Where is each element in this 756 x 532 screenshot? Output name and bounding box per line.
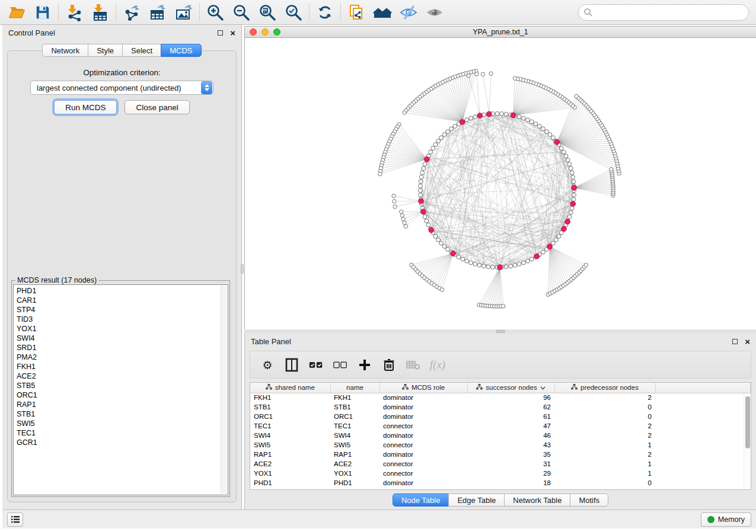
table-scrollbar[interactable] <box>744 393 751 489</box>
column-header-name[interactable]: name <box>330 383 379 393</box>
export-table-icon[interactable] <box>145 2 171 23</box>
sort-desc-icon <box>540 384 546 391</box>
close-panel-icon[interactable]: × <box>745 339 750 344</box>
show-all-icon[interactable] <box>422 2 448 23</box>
table-row[interactable]: SWI5SWI5connector431 <box>250 440 751 450</box>
first-neighbors-icon[interactable] <box>369 2 395 23</box>
toolbar-separator <box>116 4 116 21</box>
close-panel-icon[interactable]: × <box>230 30 235 36</box>
table-row[interactable]: FKH1FKH1dominator962 <box>250 393 751 402</box>
table-row[interactable]: YOX1YOX1connector291 <box>250 469 751 478</box>
float-panel-icon[interactable] <box>732 339 738 344</box>
zoom-out-icon[interactable] <box>228 2 254 23</box>
close-panel-button[interactable]: Close panel <box>125 100 189 114</box>
table-row[interactable]: TEC1TEC1connector472 <box>250 421 751 431</box>
import-network-icon[interactable] <box>61 2 87 23</box>
select-stepper-icon <box>201 81 212 94</box>
delete-columns-icon[interactable] <box>381 357 397 373</box>
horizontal-splitter-grip[interactable] <box>496 330 505 333</box>
tab-style[interactable]: Style <box>88 44 123 57</box>
tab-mcds[interactable]: MCDS <box>161 44 201 57</box>
mcds-node-item[interactable]: RAP1 <box>17 400 228 409</box>
optimization-criterion-select[interactable]: largest connected component (undirected) <box>30 81 213 95</box>
export-network-icon[interactable] <box>119 2 145 23</box>
zoom-fit-icon[interactable] <box>254 2 280 23</box>
import-table-icon[interactable] <box>87 2 113 23</box>
task-history-icon[interactable] <box>7 512 23 527</box>
mcds-node-item[interactable]: FKH1 <box>17 362 228 371</box>
cell: 1 <box>554 440 655 450</box>
memory-button[interactable]: Memory <box>701 512 751 527</box>
column-header-successor-nodes[interactable]: successor nodes <box>467 383 554 393</box>
mcds-node-item[interactable]: STP4 <box>17 305 228 315</box>
cell: RAP1 <box>250 450 330 459</box>
cell: ORC1 <box>330 412 379 421</box>
tab-network-table[interactable]: Network Table <box>504 493 570 507</box>
cell: SWI5 <box>330 440 379 450</box>
column-header-MCDS-role[interactable]: MCDS role <box>379 383 467 393</box>
zoom-selected-icon[interactable] <box>280 2 307 23</box>
save-session-icon[interactable] <box>30 2 56 23</box>
table-row[interactable]: RAP1RAP1dominator352 <box>250 450 751 459</box>
mcds-node-item[interactable]: PMA2 <box>17 352 228 362</box>
cell: 61 <box>467 412 554 421</box>
memory-label: Memory <box>718 515 745 524</box>
mcds-node-item[interactable]: STB5 <box>17 381 228 390</box>
tab-select[interactable]: Select <box>122 44 161 57</box>
network-canvas[interactable] <box>245 38 756 329</box>
vertical-splitter-grip[interactable] <box>241 264 244 274</box>
status-bar: Memory <box>2 509 756 528</box>
float-panel-icon[interactable] <box>218 30 223 36</box>
mcds-node-item[interactable]: SWI4 <box>17 334 228 343</box>
tab-motifs[interactable]: Motifs <box>570 493 608 507</box>
clone-network-icon[interactable] <box>343 2 369 23</box>
cell: dominator <box>379 393 467 402</box>
settings-gear-icon[interactable]: ⚙ <box>260 357 275 373</box>
cell-empty <box>655 421 751 431</box>
table-row[interactable]: STB1STB1dominator620 <box>250 402 751 412</box>
mcds-node-item[interactable]: CAR1 <box>17 296 228 305</box>
cell: 31 <box>467 459 554 469</box>
table-row[interactable]: SWI4SWI4dominator462 <box>250 431 751 440</box>
hide-selected-icon[interactable] <box>395 2 422 23</box>
table-row[interactable]: PHD1PHD1dominator180 <box>250 478 751 488</box>
mcds-list-scrollbar[interactable] <box>221 286 227 494</box>
mcds-node-item[interactable]: ACE2 <box>17 371 228 381</box>
mcds-node-item[interactable]: TEC1 <box>17 428 228 438</box>
open-file-icon[interactable] <box>4 2 30 23</box>
tab-edge-table[interactable]: Edge Table <box>448 493 505 507</box>
unselect-all-columns-icon[interactable] <box>333 357 348 373</box>
column-header-shared-name[interactable]: shared name <box>250 383 330 393</box>
mcds-node-item[interactable]: TID3 <box>17 315 228 324</box>
run-mcds-button[interactable]: Run MCDS <box>54 100 117 114</box>
apply-layout-icon[interactable] <box>312 2 338 23</box>
table-row[interactable]: ACE2ACE2connector311 <box>250 459 751 469</box>
mcds-node-item[interactable]: STB1 <box>17 409 228 419</box>
cell: 96 <box>467 393 554 402</box>
mcds-node-item[interactable]: ORC1 <box>17 390 228 400</box>
tab-network[interactable]: Network <box>42 44 88 57</box>
mcds-node-item[interactable]: PHD1 <box>17 286 228 296</box>
column-header-predecessor-nodes[interactable]: predecessor nodes <box>554 383 655 393</box>
mcds-node-item[interactable]: GCR1 <box>17 438 228 447</box>
tab-node-table[interactable]: Node Table <box>393 493 449 507</box>
cell: 2 <box>554 421 655 431</box>
mcds-node-item[interactable]: YOX1 <box>17 324 228 334</box>
network-window-titlebar: YPA_prune.txt_1 <box>245 27 756 38</box>
zoom-in-icon[interactable] <box>202 2 228 23</box>
mcds-node-item[interactable]: SRD1 <box>17 343 228 352</box>
main-toolbar <box>0 0 756 25</box>
memory-status-icon <box>707 516 714 523</box>
show-columns-icon[interactable] <box>284 357 299 373</box>
export-image-icon[interactable] <box>171 2 197 23</box>
search-input[interactable] <box>578 4 749 21</box>
column-namespace-icon <box>402 384 409 391</box>
toolbar-separator <box>58 4 59 21</box>
horizontal-splitter[interactable] <box>244 329 756 334</box>
cell: 46 <box>467 431 554 440</box>
select-all-columns-icon[interactable] <box>308 357 324 373</box>
create-column-icon[interactable] <box>357 357 372 373</box>
table-scrollbar-thumb[interactable] <box>745 396 750 448</box>
mcds-node-item[interactable]: SWI5 <box>17 419 228 428</box>
table-row[interactable]: ORC1ORC1dominator610 <box>250 412 751 421</box>
